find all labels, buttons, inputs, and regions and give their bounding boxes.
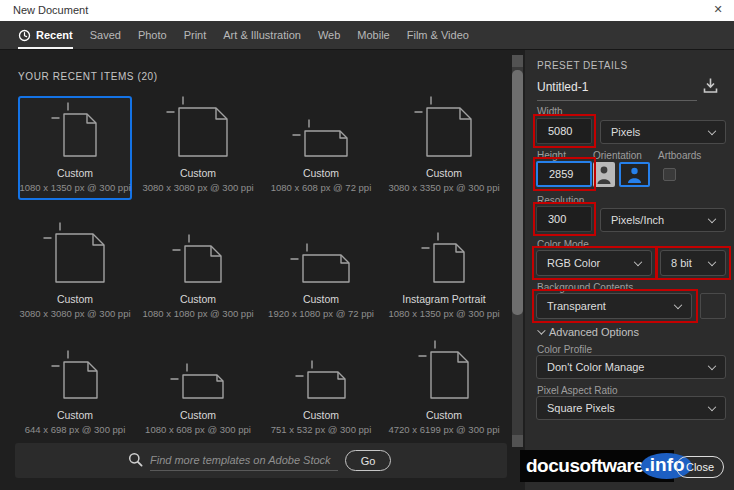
recent-item-name: Custom (57, 293, 93, 305)
document-preset-icon (290, 243, 352, 284)
background-color-swatch[interactable] (700, 293, 726, 319)
recent-item-name: Custom (303, 167, 339, 179)
go-button[interactable]: Go (345, 450, 391, 471)
dropdown-value: Square Pixels (547, 402, 615, 414)
tab-mobile[interactable]: Mobile (357, 21, 389, 50)
dropdown-value: Don't Color Manage (547, 361, 645, 373)
recent-item-name: Custom (180, 293, 216, 305)
recent-item-size: 644 x 698 px @ 300 ppi (25, 424, 126, 435)
color-profile-dropdown[interactable]: Don't Color Manage (536, 355, 726, 379)
recent-item-tile[interactable]: Custom 3080 x 3080 px @ 300 ppi (141, 96, 255, 200)
chevron-down-icon (537, 326, 545, 334)
scrollbar-down-arrow[interactable] (512, 435, 523, 447)
recent-item-tile[interactable]: Custom 1080 x 1350 px @ 300 ppi (18, 96, 132, 200)
document-preset-icon (414, 96, 474, 158)
recent-item-size: 751 x 532 px @ 300 ppi (271, 424, 372, 435)
tab-art-illustration[interactable]: Art & Illustration (223, 21, 301, 50)
chevron-down-icon (708, 403, 716, 411)
chevron-down-icon (674, 301, 682, 309)
recent-item-name: Custom (180, 409, 216, 421)
recent-item-name: Custom (303, 409, 339, 421)
recent-item-tile[interactable]: Custom 4720 x 6199 px @ 300 ppi (387, 352, 501, 442)
scrollbar-up-arrow[interactable] (512, 55, 523, 67)
dropdown-value: Pixels (611, 126, 640, 138)
recent-item-tile[interactable]: Custom 751 x 532 px @ 300 ppi (264, 352, 378, 442)
tab-web[interactable]: Web (318, 21, 340, 50)
width-unit-dropdown[interactable]: Pixels (600, 120, 726, 144)
recent-item-name: Custom (303, 293, 339, 305)
recent-item-tile[interactable]: Custom 1080 x 1080 px @ 300 ppi (141, 226, 255, 326)
document-preset-icon (418, 340, 471, 400)
artboards-checkbox[interactable] (663, 168, 676, 181)
tab-label: Photo (138, 21, 167, 50)
chevron-down-icon (708, 127, 716, 135)
recent-item-name: Custom (426, 409, 462, 421)
window-close-icon[interactable]: ✕ (710, 3, 726, 16)
bit-depth-dropdown[interactable]: 8 bit (660, 250, 726, 276)
recent-item-tile[interactable]: Custom 1080 x 608 px @ 300 ppi (141, 352, 255, 442)
recent-item-name: Custom (57, 409, 93, 421)
tab-photo[interactable]: Photo (138, 21, 167, 50)
tab-print[interactable]: Print (184, 21, 207, 50)
document-preset-icon (51, 350, 100, 400)
recent-item-name: Instagram Portrait (402, 293, 485, 305)
document-name-field[interactable]: Untitled-1 (537, 80, 697, 101)
orientation-label: Orientation (593, 150, 642, 161)
document-preset-icon (51, 102, 99, 158)
pixel-aspect-ratio-dropdown[interactable]: Square Pixels (536, 396, 726, 420)
document-preset-icon (170, 363, 226, 400)
height-input[interactable]: 2859 (536, 161, 592, 187)
adobe-stock-search-bar: Go (15, 443, 507, 478)
document-preset-icon (43, 222, 107, 284)
scrollbar-thumb[interactable] (512, 70, 523, 315)
resolution-label: Resolution (537, 195, 584, 206)
portrait-person-icon (593, 162, 615, 187)
tab-recent[interactable]: Recent (18, 21, 73, 50)
tab-film-video[interactable]: Film & Video (407, 21, 469, 50)
orientation-landscape-button[interactable] (619, 162, 650, 187)
width-input[interactable]: 5080 (536, 118, 592, 144)
tab-label: Saved (90, 21, 121, 50)
recent-item-size: 1920 x 1080 px @ 72 ppi (268, 308, 374, 319)
recent-item-size: 1080 x 608 px @ 72 ppi (271, 182, 372, 193)
tab-saved[interactable]: Saved (90, 21, 121, 50)
background-contents-dropdown[interactable]: Transparent (536, 293, 692, 319)
recent-item-tile[interactable]: Custom 3080 x 3080 px @ 300 ppi (18, 226, 132, 326)
chevron-down-icon (708, 258, 716, 266)
document-preset-icon (295, 360, 348, 400)
recent-item-size: 1080 x 1350 px @ 300 ppi (19, 182, 130, 193)
resolution-unit-dropdown[interactable]: Pixels/Inch (600, 208, 726, 232)
color-mode-dropdown[interactable]: RGB Color (536, 250, 652, 276)
recent-item-name: Custom (426, 167, 462, 179)
recent-item-tile[interactable]: Custom 1920 x 1080 px @ 72 ppi (264, 226, 378, 326)
window-title: New Document (13, 4, 88, 16)
tab-label: Print (184, 21, 207, 50)
height-label: Height (537, 150, 566, 161)
recent-item-tile[interactable]: Custom 644 x 698 px @ 300 ppi (18, 352, 132, 442)
recent-items-grid: Custom 1080 x 1350 px @ 300 ppi Custom 3… (18, 96, 501, 442)
recent-item-tile[interactable]: Custom 1080 x 608 px @ 72 ppi (264, 96, 378, 200)
document-preset-icon (292, 119, 350, 158)
advanced-options-toggle[interactable]: Advanced Options (537, 326, 639, 338)
landscape-person-icon (621, 164, 648, 185)
search-input[interactable] (150, 449, 338, 471)
preset-details-panel: PRESET DETAILS Untitled-1 Width 5080 Pix… (525, 50, 734, 490)
color-mode-label: Color Mode (537, 239, 589, 250)
artboards-label: Artboards (658, 150, 701, 161)
watermark-text: docusoftware (526, 455, 644, 477)
recent-item-size: 3080 x 3080 px @ 300 ppi (19, 308, 130, 319)
recent-item-tile[interactable]: Instagram Portrait 1080 x 1350 px @ 300 … (387, 226, 501, 326)
recent-item-size: 3080 x 3080 px @ 300 ppi (142, 182, 253, 193)
orientation-portrait-button[interactable] (593, 162, 615, 187)
resolution-input[interactable]: 300 (536, 206, 592, 232)
search-icon (128, 452, 143, 467)
document-preset-icon (166, 96, 230, 158)
tab-label: Mobile (357, 21, 389, 50)
recent-items-heading: YOUR RECENT ITEMS (20) (18, 71, 158, 82)
dropdown-value: Pixels/Inch (611, 214, 664, 226)
save-preset-icon[interactable] (701, 76, 720, 95)
recent-scrollbar[interactable] (512, 55, 523, 447)
close-button[interactable]: Close (676, 456, 724, 478)
tab-label: Recent (36, 21, 73, 50)
recent-item-tile[interactable]: Custom 3080 x 3350 px @ 300 ppi (387, 96, 501, 200)
